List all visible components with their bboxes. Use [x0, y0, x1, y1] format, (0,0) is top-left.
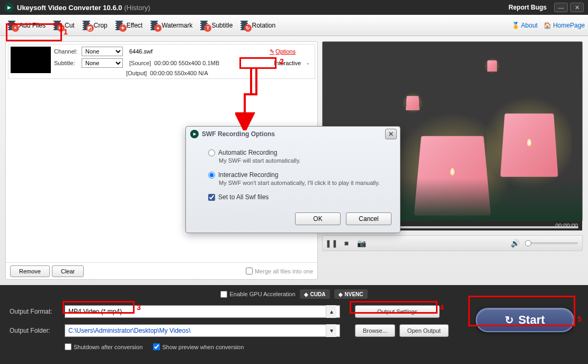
list-footer: Remove Clear Merge all files into one [6, 262, 317, 279]
chevron-down-icon[interactable]: ▾ [326, 324, 336, 337]
subtitle-button[interactable]: T Subtitle [195, 17, 236, 34]
watermark-button[interactable]: ● Watermark [146, 17, 195, 34]
app-title: Ukeysoft Video Converter 10.6.0 [17, 4, 122, 12]
close-button[interactable]: ✕ [570, 3, 584, 12]
pause-button[interactable]: ❚❚ [327, 238, 336, 248]
annotation-number-5: 5 [577, 315, 582, 323]
title-bar: Ukeysoft Video Converter 10.6.0 (History… [0, 0, 588, 15]
minimize-button[interactable]: — [554, 3, 568, 12]
output-format-select[interactable]: MP4 Video (*.mp4)▴ [65, 305, 340, 318]
cuda-badge: ◈ CUDA [300, 289, 330, 299]
stop-button[interactable]: ■ [342, 238, 351, 248]
auto-recording-radio[interactable]: Automatic Recording [208, 149, 384, 156]
rotation-icon: ↻ [239, 20, 250, 31]
output-settings-button[interactable]: Output Settings [355, 305, 440, 318]
dialog-titlebar[interactable]: SWF Recording Options [186, 127, 400, 141]
options-link[interactable]: Options [270, 48, 296, 55]
subtitle-icon: T [199, 20, 209, 31]
nvenc-badge: ◈ NVENC [334, 289, 368, 299]
app-logo-icon [4, 3, 14, 12]
annotation-number-4: 4 [440, 303, 444, 312]
remove-button[interactable]: Remove [10, 265, 50, 277]
channel-select[interactable]: None [82, 47, 123, 56]
main-toolbar: + Add Files ✂ Cut ◩ Crop ✦ Effect ● Wate… [0, 15, 588, 36]
annotation-arrow [235, 68, 262, 130]
add-files-icon: + [6, 20, 17, 31]
dialog-title: SWF Recording Options [202, 130, 275, 138]
output-folder-label: Output Folder: [10, 327, 60, 334]
history-link[interactable]: (History) [124, 4, 150, 12]
effect-icon: ✦ [114, 20, 124, 31]
crop-button[interactable]: ◩ Crop [78, 17, 111, 34]
auto-recording-desc: My SWF will start automatically. [219, 157, 384, 164]
channel-label: Channel: [54, 48, 79, 55]
file-name: 6446.swf [129, 48, 153, 55]
show-preview-checkbox[interactable]: Show preview when conversion [153, 343, 244, 350]
homepage-link[interactable]: 🏠HomePage [544, 22, 585, 29]
subtitle-label: Subtitle: [54, 60, 79, 66]
annotation-number-1: 1 [64, 28, 68, 36]
browse-button[interactable]: Browse... [355, 324, 395, 337]
dialog-ok-button[interactable]: OK [295, 212, 341, 225]
annotation-number-2: 2 [280, 57, 284, 66]
file-thumbnail [11, 47, 51, 73]
crop-icon: ◩ [81, 20, 92, 31]
about-link[interactable]: 🏅About [512, 22, 538, 29]
set-all-swf-checkbox[interactable]: Set to All Swf files [208, 193, 384, 201]
swf-options-dialog: SWF Recording Options ✕ Automatic Record… [185, 126, 400, 233]
watermark-icon: ● [149, 20, 159, 31]
dialog-cancel-button[interactable]: Cancel [346, 212, 391, 225]
start-button[interactable]: Start [476, 308, 574, 332]
home-icon: 🏠 [544, 22, 551, 29]
add-files-button[interactable]: + Add Files [3, 17, 49, 34]
chevron-up-icon[interactable]: ▴ [326, 305, 336, 318]
snapshot-button[interactable]: 📷 [357, 238, 366, 248]
clear-button[interactable]: Clear [52, 265, 84, 277]
interactive-label: Interactive [274, 60, 301, 66]
effect-button[interactable]: ✦ Effect [111, 17, 146, 34]
cut-icon: ✂ [52, 20, 63, 31]
preview-controls: ❚❚ ■ 📷 🔊 [322, 235, 583, 251]
shutdown-checkbox[interactable]: Shutdown after conversion [65, 343, 142, 350]
open-output-button[interactable]: Open Output [399, 324, 449, 337]
file-row[interactable]: Channel: None 6446.swf Options Subtitle:… [8, 44, 315, 79]
dialog-logo-icon [190, 130, 199, 138]
report-bugs-link[interactable]: Report Bugs [509, 4, 547, 11]
interactive-recording-desc: My SWF won't start automatically, I'll c… [219, 180, 384, 186]
about-icon: 🏅 [512, 22, 520, 29]
interactive-recording-radio[interactable]: Interactive Recording [208, 171, 384, 179]
output-format-label: Output Format: [10, 308, 60, 315]
volume-icon[interactable]: 🔊 [510, 238, 520, 248]
merge-checkbox[interactable]: Merge all files into one [246, 268, 313, 274]
dialog-close-button[interactable]: ✕ [385, 129, 397, 139]
gpu-accel-checkbox[interactable]: Enable GPU Acceleration [220, 291, 295, 298]
subtitle-select[interactable]: None [82, 58, 123, 68]
output-folder-input[interactable]: C:\Users\Administrator\Desktop\My Videos… [65, 324, 340, 337]
volume-slider[interactable] [525, 242, 578, 244]
rotation-button[interactable]: ↻ Rotation [236, 17, 279, 34]
annotation-number-3: 3 [137, 303, 141, 312]
